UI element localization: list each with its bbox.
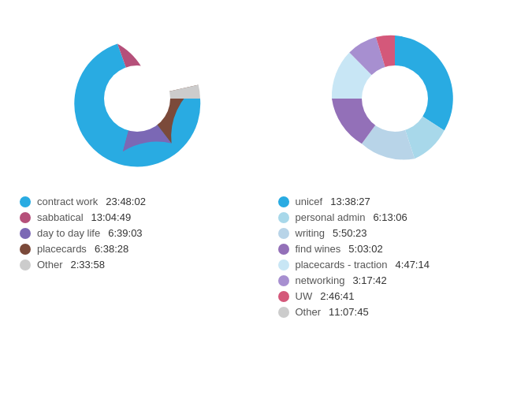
legend-dot-day-to-day — [20, 228, 31, 239]
legend-dot-sabbatical — [20, 212, 31, 223]
legend-value-contract-work: 23:48:02 — [106, 196, 146, 207]
legend-dot-other-1 — [20, 259, 31, 271]
legend-label-placecards-traction: placecards - traction — [296, 259, 388, 271]
legend-value-sabbatical: 13:04:49 — [91, 211, 132, 223]
legend-item-day-to-day: day to day life 6:39:03 — [20, 227, 146, 239]
legend-label-sabbatical: sabbatical — [37, 211, 84, 223]
legend-1: contract work 23:48:02 sabbatical 13:04:… — [16, 196, 146, 271]
donut-chart-2 — [312, 16, 478, 181]
legend-item-find-wines: find wines 5:03:02 — [278, 243, 430, 255]
legend-value-placecards-traction: 4:47:14 — [396, 259, 430, 271]
legend-label-contract-work: contract work — [37, 196, 98, 207]
legend-value-personal-admin: 6:13:06 — [373, 211, 407, 223]
legend-dot-placecards-1 — [20, 244, 31, 255]
legend-dot-personal-admin — [278, 212, 289, 223]
legend-value-unicef: 13:38:27 — [330, 196, 370, 207]
legend-value-uw: 2:46:41 — [320, 290, 354, 302]
legend-item-sabbatical: sabbatical 13:04:49 — [20, 211, 146, 223]
legend-dot-contract-work — [20, 196, 31, 207]
legend-dot-find-wines — [278, 244, 289, 255]
legend-dot-writing — [278, 228, 289, 239]
legend-item-placecards-1: placecards 6:38:28 — [20, 243, 146, 255]
legend-value-networking: 3:17:42 — [352, 274, 386, 286]
legend-value-other-1: 2:33:58 — [71, 259, 105, 271]
legend-label-networking: networking — [296, 274, 345, 286]
legend-value-find-wines: 5:03:02 — [348, 243, 382, 255]
legend-label-other-2: Other — [296, 306, 322, 318]
legend-2: unicef 13:38:27 personal admin 6:13:06 w… — [274, 196, 430, 318]
legend-item-personal-admin: personal admin 6:13:06 — [278, 211, 430, 223]
legend-item-unicef: unicef 13:38:27 — [278, 196, 430, 207]
legend-label-personal-admin: personal admin — [296, 211, 366, 223]
legend-value-writing: 5:50:23 — [333, 227, 366, 239]
legend-item-contract-work: contract work 23:48:02 — [20, 196, 146, 207]
legend-item-uw: UW 2:46:41 — [278, 290, 430, 302]
chart-section-1: contract work 23:48:02 sabbatical 13:04:… — [16, 16, 259, 318]
main-container: contract work 23:48:02 sabbatical 13:04:… — [0, 8, 532, 326]
legend-dot-unicef — [278, 196, 289, 207]
legend-dot-networking — [278, 275, 289, 286]
legend-value-day-to-day: 6:39:03 — [108, 227, 142, 239]
legend-dot-other-2 — [278, 307, 289, 318]
legend-item-other-1: Other 2:33:58 — [20, 259, 146, 271]
donut-hole-2 — [362, 65, 428, 132]
legend-dot-placecards-traction — [278, 259, 289, 271]
legend-label-find-wines: find wines — [296, 243, 341, 255]
legend-item-placecards-traction: placecards - traction 4:47:14 — [278, 259, 430, 271]
legend-label-unicef: unicef — [296, 196, 323, 207]
legend-label-other-1: Other — [37, 259, 63, 271]
donut-hole-1 — [104, 65, 170, 132]
legend-label-writing: writing — [296, 227, 326, 239]
legend-label-day-to-day: day to day life — [37, 227, 100, 239]
legend-value-placecards-1: 6:38:28 — [95, 243, 128, 255]
legend-value-other-2: 11:07:45 — [329, 306, 369, 318]
legend-item-writing: writing 5:50:23 — [278, 227, 430, 239]
legend-label-uw: UW — [296, 290, 313, 302]
legend-item-other-2: Other 11:07:45 — [278, 306, 430, 318]
legend-label-placecards-1: placecards — [37, 243, 87, 255]
donut-chart-1 — [54, 16, 220, 181]
legend-item-networking: networking 3:17:42 — [278, 274, 430, 286]
legend-dot-uw — [278, 291, 289, 302]
chart-section-2: unicef 13:38:27 personal admin 6:13:06 w… — [274, 16, 517, 318]
